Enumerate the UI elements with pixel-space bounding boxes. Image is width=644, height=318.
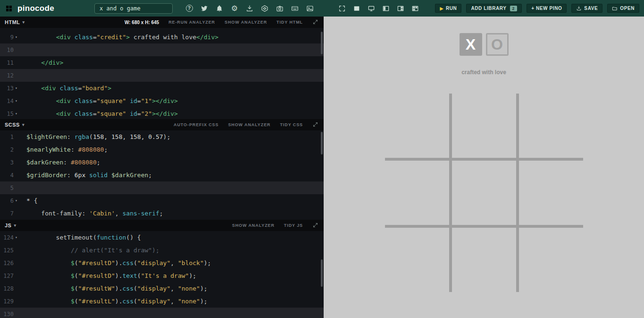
search-input[interactable] bbox=[94, 3, 173, 14]
choose-o-button[interactable]: O bbox=[486, 33, 509, 56]
code-line[interactable]: 14▾ <div class="square" id="1"></div> bbox=[0, 95, 324, 107]
scss-code-editor[interactable]: 1▾$lightGreen: rgba(158, 158, 158, 0.57)… bbox=[0, 130, 324, 220]
grid-line-horizontal bbox=[385, 158, 583, 161]
twitter-icon[interactable] bbox=[200, 4, 209, 13]
fold-toggle-icon[interactable]: ▾ bbox=[15, 35, 19, 39]
monitor-view-icon[interactable] bbox=[367, 4, 376, 13]
download-icon[interactable] bbox=[245, 4, 254, 13]
pinocode-app: pinocode ? ⚙ bbox=[0, 0, 644, 318]
run-button[interactable]: ▶ RUN bbox=[435, 4, 461, 13]
code-line[interactable]: 7▾ font-family: 'Cabin', sans-serif; bbox=[0, 207, 324, 220]
code-line[interactable]: 9▾ <div class="credit"> crafted with lov… bbox=[0, 31, 324, 43]
code-line[interactable]: 11▾ </div> bbox=[0, 56, 324, 69]
fold-toggle-icon[interactable]: ▾ bbox=[15, 198, 19, 203]
logo[interactable]: pinocode bbox=[5, 4, 86, 13]
line-gutter: 124▾ bbox=[0, 234, 22, 241]
code-line[interactable]: 125▾ // alert("It's a draw"); bbox=[0, 244, 324, 257]
tidy-html-button[interactable]: TIDY HTML bbox=[276, 20, 303, 25]
auto-prefix-css-button[interactable]: AUTO-PREFIX CSS bbox=[174, 122, 218, 127]
tidy-js-button[interactable]: TIDY JS bbox=[284, 223, 303, 228]
layout-left-view-icon[interactable] bbox=[382, 4, 390, 13]
open-label: OPEN bbox=[620, 6, 635, 11]
code-line[interactable]: 13▾ <div class="board"> bbox=[0, 82, 324, 95]
add-library-button[interactable]: ADD LIBRARY 2 bbox=[466, 4, 522, 13]
code-text: $("#resultD").css("display", "block"); bbox=[22, 259, 211, 266]
code-line[interactable]: 126▾ $("#resultD").css("display", "block… bbox=[0, 257, 324, 269]
line-number: 129 bbox=[3, 298, 14, 305]
line-gutter: 5▾ bbox=[0, 185, 22, 191]
code-line[interactable]: 4▾$gridBorder: 6px solid $darkGreen; bbox=[0, 169, 324, 181]
fold-toggle-icon[interactable]: ▾ bbox=[15, 112, 19, 116]
scrollbar-thumb[interactable] bbox=[321, 32, 323, 54]
fold-toggle-icon[interactable]: ▾ bbox=[15, 86, 19, 90]
code-line[interactable]: 10▾ bbox=[0, 43, 324, 56]
js-code-editor[interactable]: 124▾ setTimeout(function() {125▾ // aler… bbox=[0, 231, 324, 318]
expand-panel-icon[interactable] bbox=[312, 121, 319, 128]
code-line[interactable]: 1▾$lightGreen: rgba(158, 158, 158, 0.57)… bbox=[0, 130, 324, 143]
new-pino-button[interactable]: + NEW PINO bbox=[527, 4, 567, 13]
code-line[interactable]: 12▾ bbox=[0, 69, 324, 82]
player-choice-row: X O bbox=[460, 33, 509, 56]
line-number: 126 bbox=[3, 260, 14, 266]
line-number: 12 bbox=[7, 72, 14, 79]
code-line[interactable]: 127▾ $("#resultD").text("It's a draw"); bbox=[0, 269, 324, 282]
code-line[interactable]: 3▾$darkGreen: #808080; bbox=[0, 156, 324, 169]
save-button[interactable]: SAVE bbox=[571, 4, 602, 13]
show-analyzer-button[interactable]: SHOW ANALYZER bbox=[228, 122, 270, 127]
codepen-icon[interactable] bbox=[260, 4, 269, 13]
line-number: 14 bbox=[7, 98, 14, 104]
image-icon[interactable] bbox=[306, 4, 314, 13]
line-gutter: 128▾ bbox=[0, 285, 22, 292]
help-icon[interactable]: ? bbox=[185, 4, 193, 13]
line-gutter: 9▾ bbox=[0, 34, 22, 41]
bell-icon[interactable] bbox=[215, 4, 224, 13]
code-line[interactable]: 5▾ bbox=[0, 181, 324, 194]
expand-panel-icon[interactable] bbox=[312, 222, 319, 229]
preview-size-label: W: 680 x H: 645 bbox=[125, 20, 159, 25]
show-analyzer-button[interactable]: SHOW ANALYZER bbox=[225, 20, 267, 25]
code-line[interactable]: 128▾ $("#resultW").css("display", "none"… bbox=[0, 282, 324, 295]
html-editor-panel: HTML ▾ W: 680 x H: 645 RE-RUN ANALYZER S… bbox=[0, 17, 324, 119]
code-line[interactable]: 129▾ $("#resultL").css("display", "none"… bbox=[0, 295, 324, 308]
line-gutter: 2▾ bbox=[0, 146, 22, 153]
show-analyzer-button[interactable]: SHOW ANALYZER bbox=[232, 223, 275, 228]
tidy-css-button[interactable]: TIDY CSS bbox=[280, 122, 303, 127]
line-gutter: 129▾ bbox=[0, 298, 22, 305]
gear-icon[interactable]: ⚙ bbox=[230, 4, 239, 13]
code-line[interactable]: 130▾ bbox=[0, 308, 324, 318]
js-panel-title-dropdown[interactable]: JS ▾ bbox=[5, 223, 17, 228]
keyboard-icon[interactable] bbox=[291, 4, 299, 13]
editor-only-view-icon[interactable] bbox=[352, 4, 361, 13]
scrollbar-thumb[interactable] bbox=[321, 259, 323, 287]
fold-toggle-icon[interactable]: ▾ bbox=[15, 99, 19, 103]
line-number: 127 bbox=[3, 273, 14, 279]
html-panel-title-dropdown[interactable]: HTML ▾ bbox=[5, 19, 25, 25]
html-code-editor[interactable]: 9▾ <div class="credit"> crafted with lov… bbox=[0, 28, 324, 119]
code-text: </div> bbox=[22, 59, 63, 66]
line-number: 3 bbox=[10, 159, 14, 166]
fold-toggle-icon[interactable]: ▾ bbox=[15, 235, 19, 240]
line-number: 10 bbox=[7, 47, 14, 53]
code-line[interactable]: 124▾ setTimeout(function() { bbox=[0, 231, 324, 244]
tic-tac-toe-board[interactable] bbox=[385, 94, 583, 292]
layout-grid-view-icon[interactable] bbox=[411, 4, 419, 13]
play-icon: ▶ bbox=[440, 6, 443, 11]
choose-x-button[interactable]: X bbox=[460, 33, 482, 56]
code-line[interactable]: 15▾ <div class="square" id="2"></div> bbox=[0, 107, 324, 119]
camera-icon[interactable] bbox=[276, 4, 284, 13]
scss-panel-title-dropdown[interactable]: SCSS ▾ bbox=[5, 122, 25, 128]
view-mode-icon-row bbox=[338, 4, 419, 13]
line-gutter: 15▾ bbox=[0, 111, 22, 117]
rerun-analyzer-button[interactable]: RE-RUN ANALYZER bbox=[168, 20, 215, 25]
fullscreen-view-icon[interactable] bbox=[338, 4, 346, 13]
scrollbar-thumb[interactable] bbox=[321, 132, 323, 155]
line-gutter: 3▾ bbox=[0, 159, 22, 166]
grid-line-horizontal bbox=[385, 225, 583, 228]
scss-panel-header: SCSS ▾ AUTO-PREFIX CSS SHOW ANALYZER TID… bbox=[0, 119, 324, 130]
layout-split-view-icon[interactable] bbox=[396, 4, 405, 13]
topbar-actions: ▶ RUN ADD LIBRARY 2 + NEW PINO SAVE OP bbox=[435, 4, 639, 13]
expand-panel-icon[interactable] bbox=[312, 19, 319, 26]
open-button[interactable]: OPEN bbox=[607, 4, 639, 13]
code-line[interactable]: 2▾$nearlyWhite: #808080; bbox=[0, 143, 324, 156]
code-line[interactable]: 6▾* { bbox=[0, 194, 324, 207]
